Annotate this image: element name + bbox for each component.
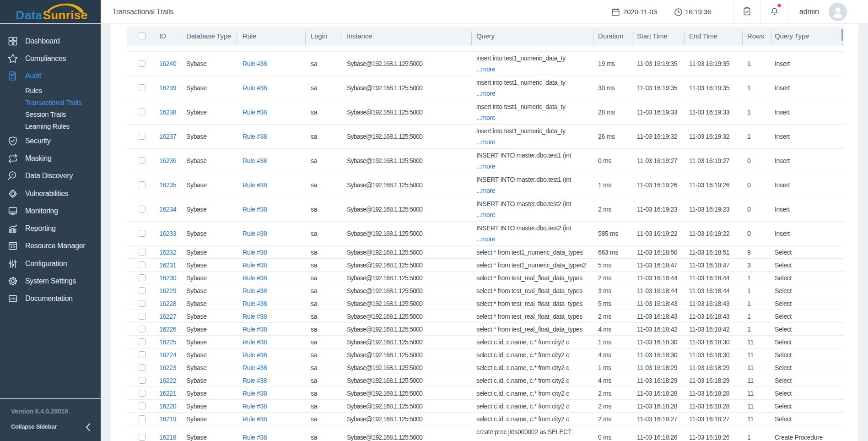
svg-text:DataSunrise: DataSunrise	[16, 8, 88, 22]
svg-text:DOC: DOC	[10, 297, 16, 300]
